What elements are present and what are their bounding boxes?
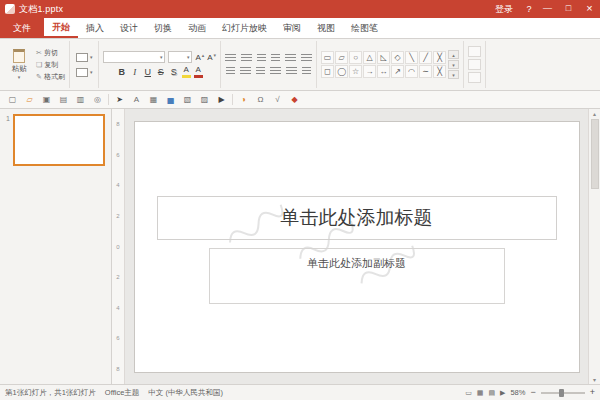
new-slide-button[interactable]: ▾ <box>74 52 95 63</box>
reading-view-button[interactable]: ▤ <box>488 389 495 397</box>
zoom-in-button[interactable]: + <box>590 388 595 397</box>
minimize-button[interactable]: — <box>537 0 558 18</box>
shape-arrow-both-icon[interactable]: ↔ <box>377 65 390 78</box>
slide-thumbnail[interactable] <box>13 114 105 166</box>
shape-line-up-icon[interactable]: ╱ <box>419 51 432 64</box>
tab-view[interactable]: 视图 <box>309 18 343 38</box>
print-preview-icon[interactable]: ◎ <box>91 93 104 106</box>
text-shadow-button[interactable]: S <box>169 68 179 77</box>
line-spacing-button[interactable] <box>285 54 296 63</box>
insert-formula-icon[interactable]: √ <box>271 93 284 106</box>
theme-name[interactable]: Office主题 <box>105 388 139 398</box>
tab-animation[interactable]: 动画 <box>180 18 214 38</box>
gallery-more-button[interactable]: ▾ <box>448 70 459 79</box>
shape-ellipse-icon[interactable]: ○ <box>349 51 362 64</box>
italic-button[interactable]: I <box>130 68 140 77</box>
zoom-slider-knob[interactable] <box>559 389 564 397</box>
shape-line-icon[interactable]: ╲ <box>405 51 418 64</box>
tab-review[interactable]: 审阅 <box>275 18 309 38</box>
scrollbar-thumb[interactable] <box>591 119 599 189</box>
tab-transitions[interactable]: 切换 <box>146 18 180 38</box>
login-button[interactable]: 登录 <box>487 3 521 16</box>
screenshot-icon[interactable]: ▨ <box>198 93 211 106</box>
numbering-button[interactable] <box>241 54 252 63</box>
tab-insert[interactable]: 插入 <box>78 18 112 38</box>
decrease-indent-button[interactable] <box>257 54 266 63</box>
shape-right-triangle-icon[interactable]: ◺ <box>377 51 390 64</box>
align-right-button[interactable] <box>256 67 265 76</box>
underline-button[interactable]: U <box>143 68 153 77</box>
font-name-select[interactable]: ▾ <box>103 51 165 63</box>
shape-parallelogram-icon[interactable]: ▱ <box>335 51 348 64</box>
shape-diamond-icon[interactable]: ◇ <box>391 51 404 64</box>
scrollbar-track[interactable] <box>591 119 599 374</box>
tab-ink[interactable]: 绘图笔 <box>343 18 386 38</box>
zoom-out-button[interactable]: − <box>530 388 535 397</box>
shape-outline-icon[interactable] <box>468 59 481 70</box>
open-folder-icon[interactable]: ▱ <box>23 93 36 106</box>
shape-effects-icon[interactable] <box>468 72 481 83</box>
font-size-select[interactable]: ▾ <box>168 51 192 63</box>
format-painter-button[interactable]: ✎ 格式刷 <box>36 72 65 82</box>
text-direction-button[interactable] <box>301 54 312 63</box>
increase-indent-button[interactable] <box>271 54 280 63</box>
shape-x-line-icon[interactable]: ╳ <box>433 65 446 78</box>
shape-cross-lines-icon[interactable]: ╳ <box>433 51 446 64</box>
gallery-scroll-up-button[interactable]: ▴ <box>448 50 459 59</box>
title-placeholder[interactable]: 单击此处添加标题 <box>157 196 557 240</box>
select-icon[interactable]: ➤ <box>113 93 126 106</box>
gallery-scroll-down-button[interactable]: ▾ <box>448 60 459 69</box>
slide-layout-button[interactable]: ▾ <box>74 67 95 78</box>
zoom-slider[interactable] <box>541 392 585 394</box>
bullets-button[interactable] <box>225 54 236 63</box>
subtitle-placeholder[interactable]: 单击此处添加副标题 <box>209 248 505 304</box>
shape-wave-icon[interactable]: ∼ <box>419 65 432 78</box>
strikethrough-button[interactable]: S <box>156 68 166 77</box>
shape-circle-icon[interactable]: ◯ <box>335 65 348 78</box>
columns-button[interactable] <box>286 67 297 76</box>
shape-star-icon[interactable]: ☆ <box>349 65 362 78</box>
tab-file[interactable]: 文件 <box>0 18 44 38</box>
align-left-button[interactable] <box>226 67 235 76</box>
theme-colors-icon[interactable]: ◑ <box>237 93 250 106</box>
shape-triangle-icon[interactable]: △ <box>363 51 376 64</box>
grow-font-button[interactable]: A ▴ <box>195 53 204 62</box>
slide[interactable]: 单击此处添加标题 单击此处添加副标题 <box>135 122 579 372</box>
new-file-icon[interactable]: ▢ <box>6 93 19 106</box>
shrink-font-button[interactable]: A ▾ <box>207 53 216 62</box>
vertical-scrollbar[interactable]: ▴ ▾ <box>588 109 600 384</box>
save-icon[interactable]: ▣ <box>40 93 53 106</box>
close-button[interactable]: × <box>579 0 600 18</box>
scroll-down-icon[interactable]: ▾ <box>593 376 596 383</box>
tab-home[interactable]: 开始 <box>44 18 78 38</box>
highlight-color-button[interactable]: A <box>182 66 191 78</box>
copy-button[interactable]: ❏ 复制 <box>36 60 65 70</box>
font-color-button[interactable]: A <box>194 66 203 78</box>
shape-square-icon[interactable]: ◻ <box>321 65 334 78</box>
insert-chart-icon[interactable]: ▅ <box>164 93 177 106</box>
save-as-icon[interactable]: ▤ <box>57 93 70 106</box>
justify-button[interactable] <box>270 67 281 76</box>
insert-table-icon[interactable]: ▦ <box>147 93 160 106</box>
insert-image-icon[interactable]: ▧ <box>181 93 194 106</box>
scroll-up-icon[interactable]: ▴ <box>593 110 596 117</box>
ink-highlight-icon[interactable]: ◆ <box>288 93 301 106</box>
align-center-button[interactable] <box>240 67 251 76</box>
zoom-level[interactable]: 58% <box>510 388 525 397</box>
shape-arrow-right-icon[interactable]: → <box>363 65 376 78</box>
slideshow-button[interactable]: ▶ <box>500 389 505 397</box>
help-button[interactable]: ? <box>521 4 537 14</box>
bold-button[interactable]: B <box>117 68 127 77</box>
language-indicator[interactable]: 中文 (中华人民共和国) <box>148 388 223 398</box>
cut-button[interactable]: ✂ 剪切 <box>36 48 65 58</box>
slide-sorter-button[interactable]: ▦ <box>477 389 484 397</box>
maximize-button[interactable]: □ <box>558 0 579 18</box>
print-icon[interactable]: ▥ <box>74 93 87 106</box>
shape-fill-icon[interactable] <box>468 46 481 57</box>
text-box-icon[interactable]: A <box>130 93 143 106</box>
shape-rectangle-icon[interactable]: ▭ <box>321 51 334 64</box>
tab-slideshow[interactable]: 幻灯片放映 <box>214 18 275 38</box>
insert-symbol-icon[interactable]: Ω <box>254 93 267 106</box>
tab-design[interactable]: 设计 <box>112 18 146 38</box>
insert-media-icon[interactable]: ▶ <box>215 93 228 106</box>
